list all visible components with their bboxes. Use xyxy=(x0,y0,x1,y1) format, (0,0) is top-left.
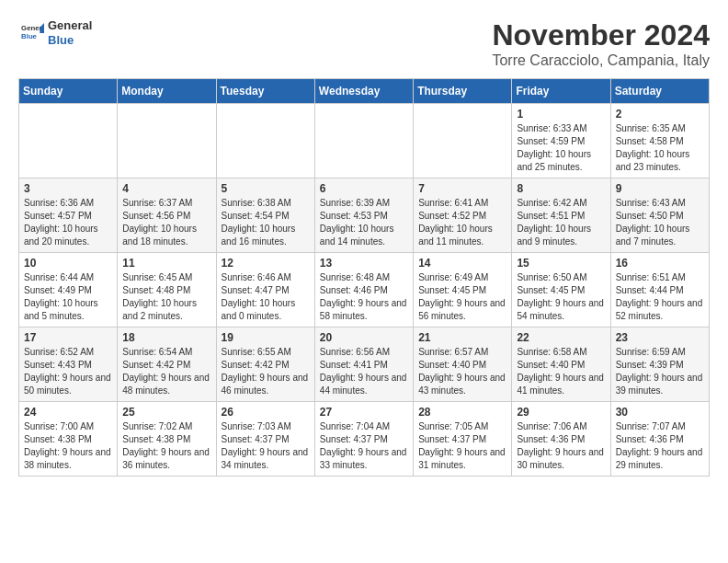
calendar-cell: 11Sunrise: 6:45 AM Sunset: 4:48 PM Dayli… xyxy=(118,253,216,327)
day-info: Sunrise: 6:57 AM Sunset: 4:40 PM Dayligh… xyxy=(418,346,506,397)
day-number: 30 xyxy=(616,406,704,419)
day-info: Sunrise: 6:56 AM Sunset: 4:41 PM Dayligh… xyxy=(320,346,408,397)
day-info: Sunrise: 6:51 AM Sunset: 4:44 PM Dayligh… xyxy=(616,271,704,323)
day-info: Sunrise: 6:58 AM Sunset: 4:40 PM Dayligh… xyxy=(517,346,605,397)
calendar-cell: 5Sunrise: 6:38 AM Sunset: 4:54 PM Daylig… xyxy=(216,178,314,253)
calendar-cell: 7Sunrise: 6:41 AM Sunset: 4:52 PM Daylig… xyxy=(414,178,512,253)
day-info: Sunrise: 7:02 AM Sunset: 4:38 PM Dayligh… xyxy=(122,420,210,472)
calendar-cell: 13Sunrise: 6:48 AM Sunset: 4:46 PM Dayli… xyxy=(314,253,413,327)
calendar-week-3: 10Sunrise: 6:44 AM Sunset: 4:49 PM Dayli… xyxy=(19,253,710,327)
calendar-week-2: 3Sunrise: 6:36 AM Sunset: 4:57 PM Daylig… xyxy=(19,178,710,253)
calendar-table: SundayMondayTuesdayWednesdayThursdayFrid… xyxy=(18,78,710,477)
calendar-cell: 26Sunrise: 7:03 AM Sunset: 4:37 PM Dayli… xyxy=(216,402,314,477)
day-number: 23 xyxy=(616,331,704,344)
day-number: 13 xyxy=(320,257,408,270)
day-info: Sunrise: 6:46 AM Sunset: 4:47 PM Dayligh… xyxy=(222,271,310,323)
day-info: Sunrise: 6:43 AM Sunset: 4:50 PM Dayligh… xyxy=(616,197,704,248)
day-number: 29 xyxy=(517,406,605,419)
day-number: 2 xyxy=(616,108,704,121)
day-number: 19 xyxy=(222,331,310,344)
logo-icon: General Blue xyxy=(18,20,44,46)
calendar-cell: 29Sunrise: 7:06 AM Sunset: 4:36 PM Dayli… xyxy=(512,402,610,477)
calendar-cell: 1Sunrise: 6:33 AM Sunset: 4:59 PM Daylig… xyxy=(512,104,610,178)
page-header: General Blue General Blue November 2024 … xyxy=(18,18,710,69)
day-number: 18 xyxy=(122,331,210,344)
calendar-cell xyxy=(314,104,413,178)
day-number: 25 xyxy=(122,406,210,419)
calendar-cell: 23Sunrise: 6:59 AM Sunset: 4:39 PM Dayli… xyxy=(610,327,709,402)
day-number: 11 xyxy=(122,257,210,270)
day-info: Sunrise: 6:49 AM Sunset: 4:45 PM Dayligh… xyxy=(418,271,506,323)
day-info: Sunrise: 6:35 AM Sunset: 4:58 PM Dayligh… xyxy=(616,122,704,174)
day-header-monday: Monday xyxy=(118,79,216,104)
day-info: Sunrise: 6:37 AM Sunset: 4:56 PM Dayligh… xyxy=(122,197,210,248)
day-info: Sunrise: 6:36 AM Sunset: 4:57 PM Dayligh… xyxy=(24,197,112,248)
calendar-cell: 19Sunrise: 6:55 AM Sunset: 4:42 PM Dayli… xyxy=(216,327,314,402)
day-info: Sunrise: 6:42 AM Sunset: 4:51 PM Dayligh… xyxy=(517,197,605,248)
day-info: Sunrise: 6:38 AM Sunset: 4:54 PM Dayligh… xyxy=(222,197,310,248)
day-info: Sunrise: 7:06 AM Sunset: 4:36 PM Dayligh… xyxy=(517,420,605,472)
day-number: 8 xyxy=(517,182,605,195)
day-header-saturday: Saturday xyxy=(610,79,709,104)
day-number: 1 xyxy=(517,108,605,121)
day-info: Sunrise: 6:52 AM Sunset: 4:43 PM Dayligh… xyxy=(24,346,112,397)
day-info: Sunrise: 6:54 AM Sunset: 4:42 PM Dayligh… xyxy=(122,346,210,397)
day-header-wednesday: Wednesday xyxy=(314,79,413,104)
day-number: 5 xyxy=(222,182,310,195)
calendar-week-1: 1Sunrise: 6:33 AM Sunset: 4:59 PM Daylig… xyxy=(19,104,710,178)
day-number: 17 xyxy=(24,331,112,344)
calendar-cell: 10Sunrise: 6:44 AM Sunset: 4:49 PM Dayli… xyxy=(19,253,118,327)
calendar-cell: 9Sunrise: 6:43 AM Sunset: 4:50 PM Daylig… xyxy=(610,178,709,253)
day-number: 3 xyxy=(24,182,112,195)
day-number: 15 xyxy=(517,257,605,270)
day-info: Sunrise: 6:55 AM Sunset: 4:42 PM Dayligh… xyxy=(222,346,310,397)
day-number: 9 xyxy=(616,182,704,195)
day-info: Sunrise: 6:45 AM Sunset: 4:48 PM Dayligh… xyxy=(122,271,210,323)
calendar-cell xyxy=(118,104,216,178)
svg-text:Blue: Blue xyxy=(21,32,38,40)
title-block: November 2024 Torre Caracciolo, Campania… xyxy=(492,18,710,69)
logo-blue-text: Blue xyxy=(48,33,92,48)
calendar-cell: 6Sunrise: 6:39 AM Sunset: 4:53 PM Daylig… xyxy=(314,178,413,253)
day-number: 28 xyxy=(418,406,506,419)
day-header-thursday: Thursday xyxy=(414,79,512,104)
day-info: Sunrise: 6:50 AM Sunset: 4:45 PM Dayligh… xyxy=(517,271,605,323)
calendar-cell: 18Sunrise: 6:54 AM Sunset: 4:42 PM Dayli… xyxy=(118,327,216,402)
day-info: Sunrise: 6:39 AM Sunset: 4:53 PM Dayligh… xyxy=(320,197,408,248)
calendar-week-4: 17Sunrise: 6:52 AM Sunset: 4:43 PM Dayli… xyxy=(19,327,710,402)
day-header-sunday: Sunday xyxy=(19,79,118,104)
logo-general-text: General xyxy=(48,18,92,33)
day-number: 12 xyxy=(222,257,310,270)
day-number: 14 xyxy=(418,257,506,270)
calendar-cell: 14Sunrise: 6:49 AM Sunset: 4:45 PM Dayli… xyxy=(414,253,512,327)
calendar-week-5: 24Sunrise: 7:00 AM Sunset: 4:38 PM Dayli… xyxy=(19,402,710,477)
calendar-cell: 22Sunrise: 6:58 AM Sunset: 4:40 PM Dayli… xyxy=(512,327,610,402)
calendar-cell: 24Sunrise: 7:00 AM Sunset: 4:38 PM Dayli… xyxy=(19,402,118,477)
day-info: Sunrise: 7:04 AM Sunset: 4:37 PM Dayligh… xyxy=(320,420,408,472)
day-number: 24 xyxy=(24,406,112,419)
calendar-cell: 15Sunrise: 6:50 AM Sunset: 4:45 PM Dayli… xyxy=(512,253,610,327)
day-number: 4 xyxy=(122,182,210,195)
day-number: 6 xyxy=(320,182,408,195)
day-info: Sunrise: 6:33 AM Sunset: 4:59 PM Dayligh… xyxy=(517,122,605,174)
day-number: 26 xyxy=(222,406,310,419)
day-info: Sunrise: 6:59 AM Sunset: 4:39 PM Dayligh… xyxy=(616,346,704,397)
calendar-cell xyxy=(216,104,314,178)
day-header-friday: Friday xyxy=(512,79,610,104)
day-number: 27 xyxy=(320,406,408,419)
day-number: 7 xyxy=(418,182,506,195)
day-number: 21 xyxy=(418,331,506,344)
calendar-cell: 27Sunrise: 7:04 AM Sunset: 4:37 PM Dayli… xyxy=(314,402,413,477)
day-number: 16 xyxy=(616,257,704,270)
calendar-header-row: SundayMondayTuesdayWednesdayThursdayFrid… xyxy=(19,79,710,104)
day-number: 22 xyxy=(517,331,605,344)
day-info: Sunrise: 6:44 AM Sunset: 4:49 PM Dayligh… xyxy=(24,271,112,323)
calendar-cell: 2Sunrise: 6:35 AM Sunset: 4:58 PM Daylig… xyxy=(610,104,709,178)
month-title: November 2024 xyxy=(492,18,710,52)
logo: General Blue General Blue xyxy=(18,18,92,47)
day-info: Sunrise: 6:41 AM Sunset: 4:52 PM Dayligh… xyxy=(418,197,506,248)
day-info: Sunrise: 7:07 AM Sunset: 4:36 PM Dayligh… xyxy=(616,420,704,472)
calendar-cell xyxy=(414,104,512,178)
day-info: Sunrise: 7:05 AM Sunset: 4:37 PM Dayligh… xyxy=(418,420,506,472)
calendar-cell: 28Sunrise: 7:05 AM Sunset: 4:37 PM Dayli… xyxy=(414,402,512,477)
